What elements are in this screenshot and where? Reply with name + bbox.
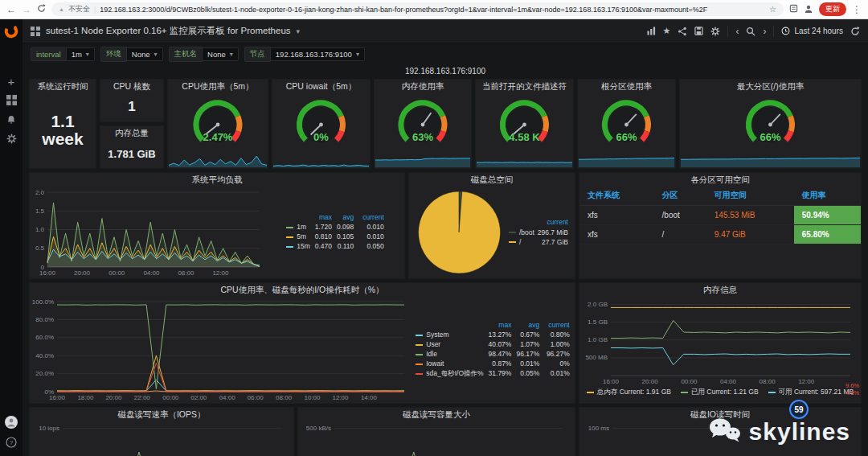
root-partition-gauge[interactable]: 66%	[578, 92, 675, 154]
profile-avatar-icon[interactable]	[804, 4, 813, 15]
svg-text:66%: 66%	[616, 131, 637, 143]
save-icon[interactable]	[694, 27, 703, 35]
open-fds-gauge[interactable]: 4.58 K	[476, 92, 573, 154]
svg-text:04:00: 04:00	[720, 378, 737, 385]
settings-gear-icon[interactable]	[710, 27, 720, 36]
add-panel-icon[interactable]	[647, 27, 656, 35]
variable-dropdown[interactable]: None▾	[203, 47, 239, 61]
cpu-io-chart[interactable]: 0%20.0%40.0%60.0%80.0%100.0%16:0018:0020…	[30, 297, 411, 402]
panel-stack-cpu-mem: CPU 核数 1 内存总量 1.781 GiB	[100, 79, 164, 169]
panel-title[interactable]: CPU iowait（5m）	[272, 80, 370, 92]
variable-dropdown[interactable]: None▾	[127, 47, 163, 61]
user-avatar-icon[interactable]	[5, 416, 18, 430]
svg-text:12:00: 12:00	[798, 378, 815, 385]
svg-text:?: ?	[10, 439, 14, 446]
panel-title[interactable]: 当前打开的文件描述符	[476, 80, 573, 92]
panel-uptime: 系统运行时间 1.1 week	[29, 79, 96, 169]
panel-title[interactable]: 各分区可用空间	[579, 173, 861, 186]
disk-iops-chart[interactable]: 0 iops10 iops	[35, 421, 289, 456]
grafana-logo[interactable]	[4, 19, 18, 43]
svg-text:18:00: 18:00	[77, 394, 94, 401]
url-text: 192.168.163.2:3000/d/9CWBz0blk/sutest-1-…	[100, 6, 765, 14]
dashboard-title[interactable]: sutest-1 Node Exporter 0.16+ 监控展示看板 for …	[46, 25, 291, 37]
panel-memory-info: 内存信息 500 MB1.0 GB1.5 GB2.0 GB16:0020:000…	[579, 282, 862, 404]
max-partition-gauge[interactable]: 66%	[680, 92, 861, 154]
chevron-down-icon: ▾	[154, 51, 158, 58]
memory-legend[interactable]: 总内存 Current: 1.91 GB已用 Current: 1.21 GB可…	[579, 386, 861, 399]
browser-menu-icon[interactable]: ⋮	[852, 5, 862, 14]
variable-dropdown[interactable]: 1m▾	[67, 47, 95, 61]
panel-title[interactable]: CPU使用率、磁盘每秒的I/O操作耗时（%）	[30, 283, 575, 296]
panel-root-partition-gauge: 根分区使用率 66%	[577, 79, 676, 169]
panel-cpu-iowait-gauge: CPU iowait（5m） 0%	[272, 79, 371, 169]
svg-text:20:00: 20:00	[105, 394, 122, 401]
panel-title[interactable]: CPU使用率（5m）	[168, 80, 268, 92]
panel-title[interactable]: 磁盘读写速率（IOPS）	[30, 408, 293, 421]
favorite-star-icon[interactable]: ★	[663, 26, 671, 36]
bookmark-star-icon[interactable]: ☆	[769, 5, 776, 14]
address-bar[interactable]: ▲ 不安全 | 192.168.163.2:3000/d/9CWBz0blk/s…	[51, 2, 784, 16]
panel-title[interactable]: 磁盘总空间	[409, 173, 575, 186]
cpu-usage-sparkline	[169, 153, 267, 167]
memory-chart[interactable]: 500 MB1.0 GB1.5 GB2.0 GB16:0020:0000:000…	[583, 296, 857, 386]
security-warning-label[interactable]: 不安全	[68, 4, 90, 14]
svg-text:100.0%: 100.0%	[32, 298, 54, 306]
cpu-iowait-sparkline	[273, 153, 369, 167]
panel-title[interactable]: 系统平均负载	[30, 173, 404, 186]
disk-total-pie-chart[interactable]	[416, 188, 502, 277]
share-icon[interactable]	[678, 27, 687, 36]
back-icon[interactable]: ←	[6, 5, 16, 14]
svg-text:0%: 0%	[313, 131, 329, 143]
dashboards-icon[interactable]	[6, 95, 17, 107]
time-forward-chevron-icon[interactable]: ›	[763, 26, 766, 37]
root-partition-sparkline	[579, 153, 674, 167]
panel-title[interactable]: 磁盘读写容量大小	[298, 408, 575, 421]
time-range-label: Last 24 hours	[794, 27, 843, 35]
system-load-legend[interactable]: maxavgcurrent1m1.7200.0980.0105m0.8100.1…	[266, 213, 404, 251]
panel-title[interactable]: 最大分区(/)使用率	[680, 80, 861, 92]
configuration-gear-icon[interactable]	[6, 134, 17, 146]
svg-text:2.47%: 2.47%	[203, 131, 233, 143]
reload-icon[interactable]	[37, 4, 46, 14]
svg-text:08:00: 08:00	[178, 269, 194, 277]
panel-cpu-usage-gauge: CPU使用率（5m） 2.47%	[167, 79, 268, 169]
watermark-brand: skylines	[749, 418, 850, 446]
disk-total-legend[interactable]: current/boot296.7 MiB/27.7 GiB	[502, 218, 575, 247]
cpu-io-legend[interactable]: maxavgcurrentSystem13.27%0.67%0.80%User4…	[411, 321, 575, 378]
chrome-update-button[interactable]: 更新	[819, 2, 846, 16]
variable-dropdown[interactable]: 192.168.163.176:9100▾	[271, 47, 365, 61]
apps-grid-icon[interactable]	[31, 27, 40, 36]
dashboard-row-title[interactable]: 192.168.163.176:9100	[29, 66, 862, 77]
panel-title[interactable]: 系统运行时间	[30, 80, 96, 92]
disk-throughput-chart[interactable]: 0 B/s500 kB/s	[304, 421, 569, 456]
panel-title[interactable]: 根分区使用率	[578, 80, 675, 92]
mem-total-value: 1.781 GiB	[100, 139, 163, 168]
zoom-out-search-icon[interactable]	[746, 27, 755, 36]
time-range-picker[interactable]: Last 24 hours	[781, 27, 843, 35]
svg-text:04:00: 04:00	[219, 394, 236, 401]
panel-title[interactable]: 内存信息	[579, 283, 861, 296]
panel-title[interactable]: 内存使用率	[375, 80, 471, 92]
svg-text:12:00: 12:00	[332, 394, 349, 401]
cpu-iowait-gauge[interactable]: 0%	[272, 92, 370, 154]
alerting-bell-icon[interactable]	[6, 114, 16, 126]
cpu-usage-gauge[interactable]: 2.47%	[168, 92, 268, 154]
create-icon[interactable]: +	[8, 76, 15, 88]
refresh-icon[interactable]	[850, 27, 860, 36]
extension-icon[interactable]	[789, 4, 798, 14]
memory-usage-gauge[interactable]: 63%	[375, 92, 471, 154]
svg-text:40.0%: 40.0%	[35, 352, 54, 359]
svg-text:08:00: 08:00	[276, 394, 293, 401]
panel-title[interactable]: 内存总量	[100, 126, 163, 139]
svg-text:04:00: 04:00	[143, 269, 160, 277]
clock-icon	[781, 27, 790, 35]
forward-icon[interactable]: →	[22, 5, 31, 14]
watermark-badge: 59	[789, 400, 809, 419]
svg-text:20:00: 20:00	[74, 269, 91, 277]
time-back-chevron-icon[interactable]: ‹	[735, 26, 739, 37]
variable-label: 节点	[244, 47, 271, 62]
svg-text:1.0: 1.0	[35, 226, 45, 233]
help-icon[interactable]: ?	[6, 437, 17, 450]
system-load-chart[interactable]: 00.51.01.52.016:0020:0000:0004:0008:0012…	[30, 187, 266, 277]
panel-title[interactable]: CPU 核数	[100, 80, 163, 92]
